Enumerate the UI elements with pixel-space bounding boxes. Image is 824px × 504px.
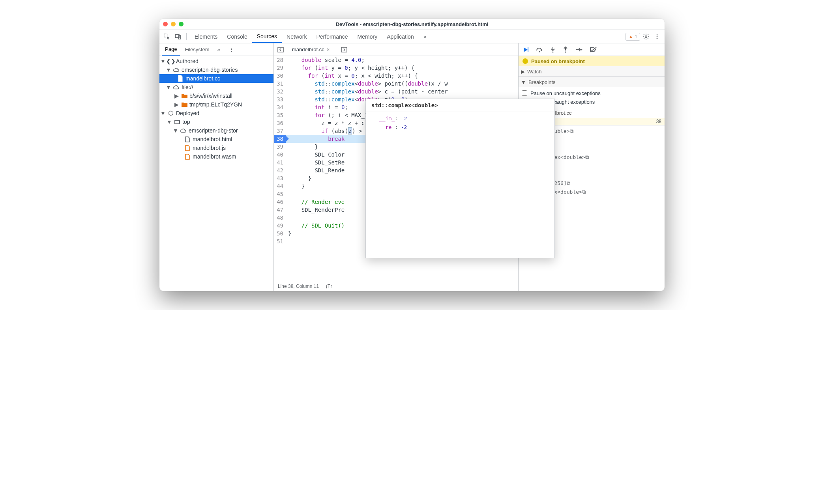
tree-domain[interactable]: ▼emscripten-dbg-stories	[159, 65, 273, 74]
editor-tabs: mandelbrot.cc ×	[274, 43, 518, 56]
divider	[186, 33, 187, 40]
tree-group-deployed[interactable]: ▼Deployed	[159, 109, 273, 118]
toggle-nav-icon[interactable]	[275, 45, 286, 55]
kebab-icon[interactable]	[652, 32, 662, 42]
section-watch[interactable]: ▶Watch	[519, 66, 665, 77]
editor-tab[interactable]: mandelbrot.cc ×	[289, 43, 333, 56]
svg-point-12	[565, 51, 566, 52]
zoom-icon[interactable]	[179, 22, 184, 26]
step-icon[interactable]	[575, 47, 582, 52]
warning-icon: ▲	[628, 34, 633, 39]
tree-file[interactable]: mandelbrot.html	[159, 135, 273, 144]
popover-body: __im_: -2 __re_: -2	[366, 112, 554, 258]
window-title: DevTools - emscripten-dbg-stories.netlif…	[336, 21, 489, 27]
svg-point-10	[539, 51, 540, 52]
file-tree[interactable]: ▼❮❯Authored ▼emscripten-dbg-stories mand…	[159, 56, 273, 291]
more-tabs-icon[interactable]: »	[419, 30, 431, 43]
svg-point-6	[657, 38, 658, 39]
svg-point-11	[552, 51, 554, 52]
checkbox-icon[interactable]	[522, 90, 527, 96]
tree-folder[interactable]: ▶tmp/tmp.ELcTq2YGN	[159, 100, 273, 109]
window-controls[interactable]	[163, 22, 184, 26]
status-extra: (Fr	[326, 284, 332, 289]
tab-memory[interactable]: Memory	[353, 30, 382, 43]
pause-dot-icon	[522, 58, 528, 64]
chevron-right-icon: ▶	[521, 69, 525, 75]
more-subtabs-icon[interactable]: »	[214, 43, 223, 56]
close-icon[interactable]	[163, 22, 168, 26]
editor-status: Line 38, Column 11 (Fr	[274, 281, 518, 291]
tree-file[interactable]: mandelbrot.js	[159, 144, 273, 152]
chevron-down-icon: ▼	[521, 79, 526, 85]
svg-rect-8	[278, 47, 283, 52]
paused-label: Paused on breakpoint	[531, 58, 585, 64]
close-icon[interactable]: ×	[327, 47, 330, 52]
tree-file[interactable]: mandelbrot.wasm	[159, 152, 273, 161]
debugger-toolbar	[519, 43, 665, 56]
step-out-icon[interactable]	[563, 47, 568, 53]
bp-uncaught-toggle[interactable]: Pause on uncaught exceptions	[522, 89, 661, 97]
settings-icon[interactable]	[641, 32, 651, 42]
kebab-icon[interactable]: ⋮	[227, 45, 237, 55]
subtab-page[interactable]: Page	[162, 43, 180, 56]
tab-network[interactable]: Network	[282, 30, 311, 43]
deactivate-bp-icon[interactable]	[590, 47, 597, 53]
tab-elements[interactable]: Elements	[190, 30, 222, 43]
svg-rect-0	[164, 34, 167, 37]
tree-top[interactable]: ▼top	[159, 118, 273, 126]
tree-domain[interactable]: ▼emscripten-dbg-stor	[159, 126, 273, 135]
editor-tab-label: mandelbrot.cc	[292, 47, 324, 52]
tree-file-selected[interactable]: mandelbrot.cc	[159, 74, 273, 83]
svg-point-13	[581, 49, 582, 50]
popover-type: std::complex<double>	[366, 99, 554, 112]
tab-sources[interactable]: Sources	[252, 30, 282, 43]
device-toggle-icon[interactable]	[173, 32, 183, 42]
warnings-count: 1	[635, 34, 637, 39]
svg-point-3	[645, 35, 647, 37]
minimize-icon[interactable]	[171, 22, 176, 26]
svg-point-5	[657, 36, 658, 37]
value-popover: std::complex<double> __im_: -2 __re_: -2	[365, 99, 555, 258]
devtools-window: DevTools - emscripten-dbg-stories.netlif…	[159, 19, 665, 291]
navigator-pane: Page Filesystem » ⋮ ▼❮❯Authored ▼emscrip…	[159, 43, 274, 291]
svg-point-4	[657, 34, 658, 35]
main-toolbar: Elements Console Sources Network Perform…	[159, 30, 665, 43]
bp-line-number: 38	[656, 119, 661, 124]
panel-tabs: Elements Console Sources Network Perform…	[190, 30, 431, 43]
step-into-icon[interactable]	[550, 47, 556, 53]
cursor-position: Line 38, Column 11	[278, 284, 319, 289]
resume-icon[interactable]	[522, 47, 529, 53]
svg-rect-7	[175, 120, 180, 124]
subtab-filesystem[interactable]: Filesystem	[182, 43, 212, 56]
tree-file-scheme[interactable]: ▼file://	[159, 83, 273, 91]
paused-banner: Paused on breakpoint	[519, 56, 665, 66]
step-over-icon[interactable]	[536, 47, 543, 53]
tab-application[interactable]: Application	[382, 30, 419, 43]
tree-group-authored[interactable]: ▼❮❯Authored	[159, 57, 273, 65]
tab-console[interactable]: Console	[222, 30, 252, 43]
svg-rect-9	[341, 47, 347, 52]
warnings-badge[interactable]: ▲ 1	[625, 33, 640, 41]
toggle-debugger-icon[interactable]	[339, 45, 349, 55]
tree-folder[interactable]: ▶b/s/w/ir/x/w/install	[159, 91, 273, 100]
titlebar: DevTools - emscripten-dbg-stories.netlif…	[159, 19, 665, 30]
inspect-icon[interactable]	[162, 32, 172, 42]
navigator-tabs: Page Filesystem » ⋮	[159, 43, 273, 56]
tab-performance[interactable]: Performance	[311, 30, 352, 43]
